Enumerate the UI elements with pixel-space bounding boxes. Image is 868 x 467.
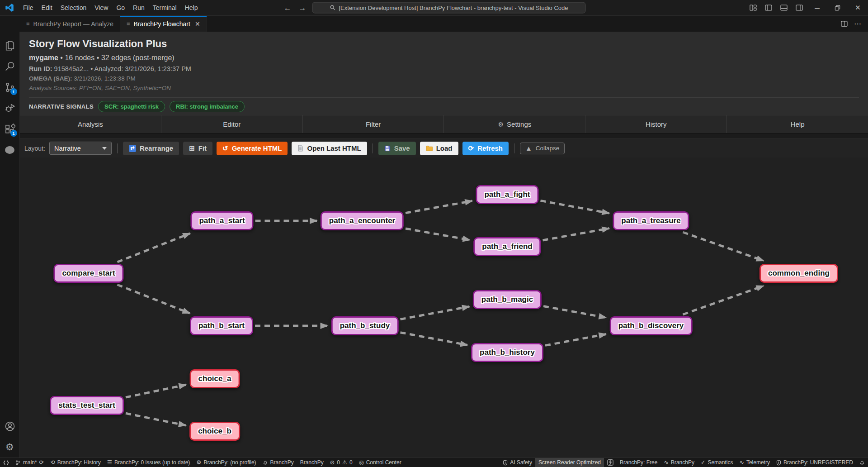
settings-gear-icon[interactable]: ⚙ bbox=[0, 437, 20, 457]
node-compare_start[interactable]: compare_start bbox=[53, 264, 123, 283]
node-stats_test_start[interactable]: stats_test_start bbox=[50, 396, 124, 415]
node-path_b_history[interactable]: path_b_history bbox=[471, 343, 543, 362]
status-item-branchpy[interactable]: BranchPy bbox=[259, 458, 297, 467]
status-item[interactable] bbox=[856, 458, 868, 467]
customize-layout-icon[interactable] bbox=[745, 0, 761, 15]
node-path_a_treasure[interactable]: path_a_treasure bbox=[613, 211, 689, 230]
status-item-branchpy-free[interactable]: BranchPy: Free bbox=[617, 458, 660, 467]
tab-settings[interactable]: ⚙Settings bbox=[444, 115, 585, 133]
node-choice_b[interactable]: choice_b bbox=[189, 422, 240, 441]
edge-path_b_history-to-path_b_discovery bbox=[545, 334, 606, 345]
editor-tab[interactable]: ≡BranchPy Flowchart✕ bbox=[120, 16, 207, 32]
remote-icon bbox=[3, 460, 9, 466]
restore-button[interactable] bbox=[827, 0, 848, 15]
status-item-branchpy-0-issues-up-to-date[interactable]: ☰BranchPy: 0 issues (up to date) bbox=[104, 458, 193, 467]
node-choice_a[interactable]: choice_a bbox=[190, 369, 240, 388]
node-path_a_fight[interactable]: path_a_fight bbox=[476, 185, 538, 204]
minimize-button[interactable]: ─ bbox=[807, 0, 827, 15]
toggle-secondary-sidebar-icon[interactable] bbox=[792, 0, 807, 15]
back-arrow-icon[interactable]: ← bbox=[283, 3, 293, 12]
folder-icon bbox=[426, 145, 433, 151]
button-label: Fit bbox=[198, 144, 207, 152]
node-path_b_study[interactable]: path_b_study bbox=[331, 316, 399, 335]
activity-bar: 1 1 ⚙ bbox=[0, 32, 20, 457]
node-path_a_friend[interactable]: path_a_friend bbox=[473, 237, 541, 256]
floppy-icon bbox=[384, 145, 391, 152]
scm-badge: 1 bbox=[10, 88, 17, 95]
status-item-semantics[interactable]: ✓Semantics bbox=[698, 458, 736, 467]
toggle-panel-icon[interactable] bbox=[776, 0, 792, 15]
toggle-primary-sidebar-icon[interactable] bbox=[761, 0, 776, 15]
tab-analysis[interactable]: Analysis bbox=[20, 115, 161, 133]
close-tab-icon[interactable]: ✕ bbox=[195, 20, 200, 28]
node-path_b_start[interactable]: path_b_start bbox=[190, 316, 253, 335]
status-item-branchpy[interactable]: BranchPy bbox=[297, 458, 327, 467]
tab-label: Filter bbox=[366, 120, 381, 128]
split-editor-icon[interactable] bbox=[838, 16, 850, 32]
menu-file[interactable]: File bbox=[19, 2, 38, 14]
status-item-ai-safety[interactable]: AI Safety bbox=[500, 458, 535, 467]
tab-filter[interactable]: Filter bbox=[303, 115, 444, 133]
node-common_ending[interactable]: common_ending bbox=[760, 264, 838, 283]
search-sidebar-icon[interactable] bbox=[0, 56, 20, 77]
rearrange-button[interactable]: ⇄Rearrange bbox=[123, 142, 179, 155]
status-item-0[interactable]: ⊘0⚠0 bbox=[327, 458, 356, 467]
collapse-button[interactable]: ▲Collapse bbox=[520, 143, 565, 154]
editor-tab-bar: ≡BranchPy Report — Analyze≡BranchPy Flow… bbox=[0, 16, 868, 32]
menu-selection[interactable]: Selection bbox=[57, 2, 91, 14]
node-path_a_encounter[interactable]: path_a_encounter bbox=[321, 211, 404, 230]
forward-arrow-icon[interactable]: → bbox=[297, 3, 308, 12]
search-icon bbox=[330, 5, 336, 11]
status-item[interactable] bbox=[0, 458, 12, 467]
node-path_b_magic[interactable]: path_b_magic bbox=[473, 290, 542, 309]
load-button[interactable]: Load bbox=[420, 142, 458, 155]
status-item-branchpy-no-profile[interactable]: ⚙BranchPy: (no profile) bbox=[193, 458, 259, 467]
status-item-branchpy-unregistered[interactable]: BranchPy: UNREGISTERED bbox=[773, 458, 856, 467]
fit-button[interactable]: ⊞Fit bbox=[183, 142, 212, 155]
menu-edit[interactable]: Edit bbox=[38, 2, 57, 14]
generate-html-button[interactable]: ↺Generate HTML bbox=[217, 142, 288, 155]
status-item-screen-reader-optimized[interactable]: Screen Reader Optimized bbox=[535, 458, 604, 467]
menu-help[interactable]: Help bbox=[181, 2, 202, 14]
history-icon: ⟲ bbox=[50, 460, 55, 466]
button-label: Save bbox=[394, 144, 410, 152]
close-window-icon[interactable]: ✕ bbox=[848, 0, 868, 15]
layout-dropdown-value: Narrative bbox=[54, 145, 81, 152]
list-icon: ☰ bbox=[107, 460, 112, 466]
source-control-icon[interactable]: 1 bbox=[0, 77, 20, 98]
menu-run[interactable]: Run bbox=[129, 2, 149, 14]
status-item-branchpy[interactable]: ∿BranchPy bbox=[660, 458, 698, 467]
more-actions-icon[interactable]: ⋯ bbox=[852, 16, 863, 32]
search-text: [Extension Development Host] BranchPy Fl… bbox=[339, 5, 568, 11]
tab-editor[interactable]: Editor bbox=[161, 115, 303, 133]
status-item-control-center[interactable]: ◎Control Center bbox=[356, 458, 405, 467]
narrative-signals-label: NARRATIVE SIGNALS bbox=[29, 103, 94, 110]
control-center-icon: ◎ bbox=[359, 460, 364, 466]
flow-canvas[interactable]: path_a_fightpath_a_startpath_a_encounter… bbox=[20, 157, 868, 457]
layout-dropdown[interactable]: Narrative bbox=[49, 142, 112, 155]
menu-go[interactable]: Go bbox=[112, 2, 129, 14]
menu-view[interactable]: View bbox=[90, 2, 112, 14]
tab-history[interactable]: History bbox=[585, 115, 727, 133]
account-icon[interactable] bbox=[0, 416, 20, 437]
status-item[interactable] bbox=[604, 458, 617, 467]
node-path_a_start[interactable]: path_a_start bbox=[190, 211, 253, 230]
run-debug-icon[interactable] bbox=[0, 98, 20, 119]
save-button[interactable]: Save bbox=[378, 142, 416, 155]
editor-tab[interactable]: ≡BranchPy Report — Analyze bbox=[20, 16, 120, 32]
flow-edges bbox=[20, 157, 868, 457]
status-item-telemetry[interactable]: ∿Telemetry bbox=[736, 458, 773, 467]
explorer-icon[interactable] bbox=[0, 35, 20, 56]
refresh-button[interactable]: ⟳Refresh bbox=[462, 142, 509, 155]
status-item-main[interactable]: main*⟳ bbox=[12, 458, 47, 467]
extensions-icon[interactable]: 1 bbox=[0, 119, 20, 139]
command-center-search[interactable]: [Extension Development Host] BranchPy Fl… bbox=[312, 2, 586, 14]
extension-circle-icon[interactable] bbox=[0, 139, 20, 160]
menu-terminal[interactable]: Terminal bbox=[149, 2, 181, 14]
status-item-branchpy-history[interactable]: ⟲BranchPy: History bbox=[47, 458, 104, 467]
tab-label: Editor bbox=[223, 120, 241, 128]
node-path_b_discovery[interactable]: path_b_discovery bbox=[610, 316, 693, 335]
tab-label: Settings bbox=[507, 120, 531, 128]
open-last-html-button[interactable]: Open Last HTML bbox=[292, 142, 367, 155]
tab-help[interactable]: Help bbox=[727, 115, 868, 133]
